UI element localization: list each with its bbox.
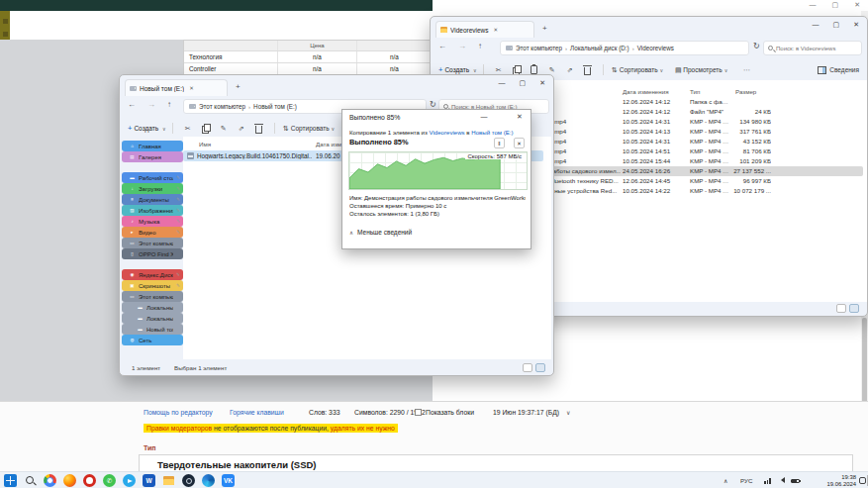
list-view-icon[interactable]: [523, 363, 532, 372]
new-button[interactable]: + Создать ∨: [438, 65, 477, 74]
sort-button[interactable]: ⇅ Сортировать ∨: [281, 125, 336, 133]
view-toggle[interactable]: [836, 304, 859, 313]
copy-icon[interactable]: [197, 124, 215, 133]
more-icon[interactable]: ⋯: [737, 66, 755, 74]
forward-icon[interactable]: →: [458, 42, 466, 50]
sidebar-item[interactable]: ▯ OPPO Find X7 Ult: [122, 248, 183, 259]
sidebar-item[interactable]: ▨ Изображения ✎: [122, 205, 183, 216]
hotkeys-link[interactable]: Горячие клавиши: [230, 409, 284, 416]
sidebar-item[interactable]: ≡ Документы ✎: [122, 194, 183, 205]
sidebar-item[interactable]: ♪ Музыка ✎: [122, 216, 183, 227]
up-icon[interactable]: ↑: [167, 100, 171, 109]
close-button[interactable]: ✕: [853, 21, 859, 29]
new-tab-button[interactable]: +: [542, 24, 547, 33]
tab-videoreviews[interactable]: Videoreviews ✕: [435, 21, 534, 38]
minimize-button[interactable]: —: [499, 79, 506, 87]
edge-icon[interactable]: [202, 474, 215, 487]
language-indicator[interactable]: РУС: [740, 477, 752, 484]
tab-new-volume[interactable]: Новый том (E:) ✕: [125, 79, 228, 96]
sidebar-item[interactable]: ⌂ Главная: [122, 141, 183, 151]
sidebar-item[interactable]: ▬ Локальный диск (D:): [122, 313, 183, 324]
up-icon[interactable]: ↑: [478, 42, 482, 50]
forward-icon[interactable]: →: [147, 100, 155, 109]
less-details-button[interactable]: ∧ Меньше сведений: [349, 229, 412, 236]
copy-icon[interactable]: [508, 65, 526, 74]
details-pane-button[interactable]: Сведения: [818, 66, 859, 74]
show-blocks-checkbox[interactable]: [415, 409, 422, 416]
browser-minimize-button[interactable]: —: [810, 1, 817, 9]
page-scrollbar-thumb[interactable]: [862, 318, 867, 407]
start-icon[interactable]: [4, 474, 17, 487]
yandex-browser-icon[interactable]: [83, 474, 96, 487]
breadcrumb[interactable]: Этот компьютер› Локальный диск (D:)› Vid…: [500, 41, 749, 55]
view-toggle[interactable]: [523, 363, 545, 372]
paste-icon[interactable]: [526, 65, 543, 74]
search-icon[interactable]: [24, 474, 37, 487]
search-input[interactable]: Поиск: в Videoreviews: [763, 41, 862, 55]
telegram-icon[interactable]: [123, 474, 136, 487]
refresh-icon[interactable]: ↻: [430, 100, 436, 109]
sidebar-item[interactable]: ◉ Яндекс.Диск ✎: [122, 269, 183, 280]
column-name[interactable]: Имя: [199, 141, 211, 147]
list-view-icon[interactable]: [836, 304, 846, 313]
cut-icon[interactable]: ✂: [490, 66, 508, 74]
sidebar-item[interactable]: ▸ Видео ✎: [122, 227, 183, 238]
view-button[interactable]: ▤ Просмотреть ∨: [673, 66, 727, 74]
volume-icon[interactable]: [778, 477, 785, 483]
new-button[interactable]: + Создать ∨: [128, 124, 166, 133]
steam-icon[interactable]: [182, 474, 195, 487]
sidebar-item[interactable]: ◍ Сеть: [122, 335, 183, 345]
column-type[interactable]: Тип: [690, 88, 700, 95]
whatsapp-icon[interactable]: ✆: [103, 474, 116, 487]
sidebar-item[interactable]: ▬ Локальный диск (C:): [122, 302, 183, 313]
sidebar-item[interactable]: ▬ Новый том (E:): [122, 324, 183, 335]
sidebar-item[interactable]: ▭ Этот компьютер: [122, 238, 183, 248]
sidebar-item[interactable]: ▭ Этот компьютер: [122, 291, 183, 302]
cut-icon[interactable]: ✂: [179, 125, 197, 133]
details-view-icon[interactable]: [849, 304, 859, 313]
maximize-button[interactable]: ▢: [833, 21, 840, 29]
pause-button[interactable]: ‖: [494, 138, 505, 148]
notification-icon[interactable]: [859, 477, 866, 484]
dialog-minimize-button[interactable]: —: [477, 113, 491, 120]
word-icon[interactable]: W: [143, 474, 155, 487]
back-icon[interactable]: ←: [438, 42, 446, 50]
tab-close-icon[interactable]: ✕: [189, 85, 194, 91]
delete-icon[interactable]: [250, 124, 268, 134]
target-folder-link[interactable]: Новый том (E:): [471, 129, 513, 136]
maximize-button[interactable]: ▢: [520, 79, 527, 87]
details-view-icon[interactable]: [535, 363, 545, 372]
editor-help-link[interactable]: Помощь по редактору: [144, 409, 213, 416]
rename-icon[interactable]: ✎: [215, 125, 233, 133]
file-explorer-icon[interactable]: [162, 474, 175, 487]
source-folder-link[interactable]: Videoreviews: [429, 129, 464, 136]
sidebar-item[interactable]: ▣ Скриншоты ✎: [122, 280, 183, 291]
tab-close-icon[interactable]: ✕: [494, 27, 499, 33]
firefox-icon[interactable]: [63, 474, 76, 487]
clock[interactable]: 19:38 19.06.2024: [817, 474, 856, 488]
share-icon[interactable]: ⇗: [233, 125, 250, 133]
column-date[interactable]: Дата изменения: [623, 88, 669, 95]
back-icon[interactable]: ←: [128, 100, 136, 109]
dialog-close-button[interactable]: ✕: [513, 113, 527, 121]
tray-expand-icon[interactable]: ∧: [723, 477, 727, 484]
cancel-button[interactable]: ✕: [514, 138, 525, 148]
new-tab-button[interactable]: +: [236, 82, 241, 91]
column-size[interactable]: Размер: [735, 88, 756, 95]
sort-button[interactable]: ⇅ Сортировать ∨: [610, 66, 664, 74]
network-icon[interactable]: [764, 478, 771, 484]
sidebar-item[interactable]: ▤ Галерея: [122, 151, 183, 162]
chevron-down-icon[interactable]: ∨: [566, 409, 570, 416]
sidebar-item[interactable]: ↓ Загрузки ✎: [122, 183, 183, 194]
close-button[interactable]: ✕: [539, 79, 545, 87]
battery-icon[interactable]: [791, 479, 800, 484]
sidebar-item[interactable]: ▬ Рабочий стол ✎: [122, 172, 183, 183]
minimize-button[interactable]: —: [813, 21, 820, 29]
browser-maximize-button[interactable]: ▢: [832, 1, 839, 9]
rename-icon[interactable]: ✎: [543, 66, 561, 74]
refresh-icon[interactable]: ↻: [753, 42, 760, 50]
delete-icon[interactable]: [579, 65, 597, 75]
column-date[interactable]: Дата изм: [316, 141, 341, 147]
chrome-icon[interactable]: [44, 474, 56, 487]
share-icon[interactable]: ⇗: [561, 66, 579, 74]
